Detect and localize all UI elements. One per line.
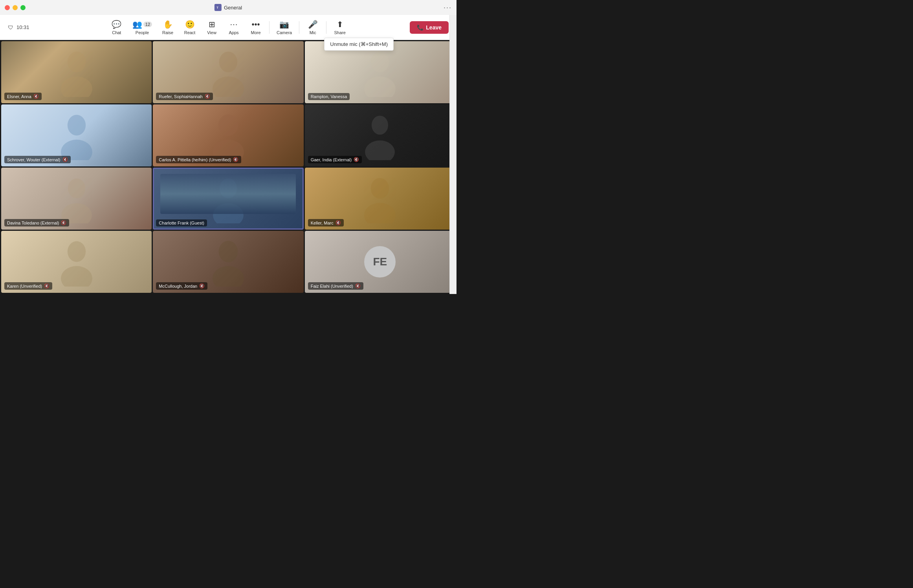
participant-label-7: Davina Toledano (External) 🔇: [4, 219, 69, 226]
mic-status-7: 🔇: [61, 220, 66, 225]
react-icon: 🙂: [185, 20, 195, 29]
mic-label: Mic: [310, 30, 316, 35]
participant-name-6: Gaer, India (External): [311, 157, 352, 162]
participant-name-3: Rampton, Vanessa: [311, 94, 347, 99]
participant-name-2: Ruefer, SophiaHannah: [159, 94, 202, 99]
svg-point-7: [364, 77, 396, 97]
video-cell-10: Karen (Unverified) 🔇: [1, 231, 152, 293]
camera-button[interactable]: 📷 Camera: [273, 17, 296, 37]
participant-label-2: Ruefer, SophiaHannah 🔇: [156, 93, 213, 100]
leave-button[interactable]: 📞 Leave: [410, 21, 449, 34]
participant-name-1: Elsner, Anna: [7, 94, 31, 99]
toolbar-separator-1: [269, 21, 270, 34]
participant-name-9: Keller, Marc: [311, 221, 334, 225]
participant-label-1: Elsner, Anna 🔇: [4, 93, 42, 100]
teams-icon: T: [214, 4, 222, 11]
maximize-button[interactable]: [20, 5, 26, 10]
svg-point-21: [61, 266, 92, 287]
video-cell-9: Keller, Marc 🔇: [305, 168, 455, 230]
react-button[interactable]: 🙂 React: [180, 17, 200, 37]
apps-label: Apps: [229, 30, 239, 35]
mic-status-12: 🔇: [355, 283, 361, 289]
avatar-initials: FE: [373, 256, 387, 268]
share-label: Share: [334, 30, 346, 35]
participant-label-5: Carlos A. Pittella (he/him) (Unverified)…: [156, 156, 241, 163]
video-cell-7: Davina Toledano (External) 🔇: [1, 168, 152, 230]
leave-label: Leave: [426, 24, 442, 31]
svg-point-14: [68, 178, 85, 198]
minimize-button[interactable]: [13, 5, 18, 10]
title-bar: T General ···: [0, 0, 456, 15]
people-button[interactable]: 👥 12 People: [128, 17, 156, 37]
participant-name-7: Davina Toledano (External): [7, 221, 59, 225]
window-controls[interactable]: [5, 5, 26, 10]
svg-point-6: [371, 51, 389, 72]
participant-name-10: Karen (Unverified): [7, 284, 42, 289]
participant-name-11: McCullough, Jordan: [159, 284, 197, 289]
participant-name-12: Faiz Elahi (Unverified): [311, 284, 353, 289]
react-label: React: [184, 30, 196, 35]
channel-title: General: [224, 5, 242, 11]
people-label: People: [136, 30, 149, 35]
svg-point-3: [61, 77, 92, 97]
people-count: 12: [143, 22, 152, 27]
share-icon: ⬆: [337, 20, 343, 29]
participant-label-6: Gaer, India (External) 🔇: [308, 156, 362, 163]
mic-status-2: 🔇: [205, 94, 210, 99]
svg-point-2: [67, 51, 85, 72]
mic-tooltip: Unmute mic (⌘+Shift+M): [324, 38, 394, 51]
video-cell-6: Gaer, India (External) 🔇: [305, 104, 455, 166]
mic-status-11: 🔇: [199, 283, 205, 289]
chat-button[interactable]: 💬 Chat: [106, 17, 127, 37]
meeting-time: 10:31: [16, 24, 29, 30]
mic-status-10: 🔇: [44, 283, 50, 289]
more-icon: •••: [252, 20, 260, 29]
video-cell-8: Charlotte Frank (Guest): [153, 168, 303, 230]
close-button[interactable]: [5, 5, 10, 10]
participant-name-4: Schrover, Wouter (External): [7, 157, 60, 162]
participant-label-10: Karen (Unverified) 🔇: [4, 282, 52, 290]
camera-label: Camera: [277, 30, 292, 35]
participant-label-11: McCullough, Jordan 🔇: [156, 282, 207, 290]
svg-point-4: [219, 51, 237, 72]
view-label: View: [207, 30, 216, 35]
toolbar-time-section: 🛡 10:31: [8, 24, 29, 31]
raise-button[interactable]: ✋ Raise: [158, 17, 178, 37]
svg-text:T: T: [216, 6, 218, 9]
avatar-fe: FE: [364, 246, 396, 278]
share-button[interactable]: ⬆ Share: [330, 17, 350, 37]
svg-point-22: [219, 241, 238, 262]
participant-label-9: Keller, Marc 🔇: [308, 219, 344, 226]
leave-phone-icon: 📞: [417, 24, 424, 31]
mic-icon: 🎤: [308, 20, 318, 29]
view-icon: ⊞: [209, 20, 215, 29]
view-button[interactable]: ⊞ View: [202, 17, 222, 37]
mic-status-5: 🔇: [233, 157, 238, 162]
chat-icon: 💬: [112, 20, 121, 29]
svg-point-13: [365, 141, 395, 161]
window-title: T General: [214, 4, 242, 11]
video-cell-11: McCullough, Jordan 🔇: [153, 231, 303, 293]
video-cell-4: Schrover, Wouter (External) 🔇: [1, 104, 152, 166]
video-cell-5: Carlos A. Pittella (he/him) (Unverified)…: [153, 104, 303, 166]
mic-status-9: 🔇: [336, 220, 341, 225]
apps-button[interactable]: ⋯ Apps: [224, 17, 244, 37]
video-cell-1: Elsner, Anna 🔇: [1, 41, 152, 103]
toolbar-separator-3: [326, 21, 326, 34]
raise-label: Raise: [162, 30, 173, 35]
participant-label-12: Faiz Elahi (Unverified) 🔇: [308, 282, 363, 290]
mic-status-4: 🔇: [62, 157, 68, 162]
svg-point-5: [213, 77, 244, 97]
right-panel: [449, 15, 456, 294]
more-button[interactable]: ••• More: [246, 18, 266, 37]
mic-status-1: 🔇: [33, 94, 39, 99]
people-icon: 👥 12: [132, 20, 152, 29]
window-menu-icon[interactable]: ···: [444, 4, 452, 12]
svg-point-10: [218, 114, 238, 136]
mic-status-6: 🔇: [354, 157, 359, 162]
camera-icon: 📷: [279, 20, 289, 29]
tooltip-text: Unmute mic (⌘+Shift+M): [330, 41, 388, 47]
mic-button[interactable]: 🎤 Mic: [302, 17, 323, 37]
chat-label: Chat: [112, 30, 121, 35]
video-grid: Elsner, Anna 🔇 Ruefer, SophiaHannah 🔇 Ra…: [0, 40, 456, 294]
